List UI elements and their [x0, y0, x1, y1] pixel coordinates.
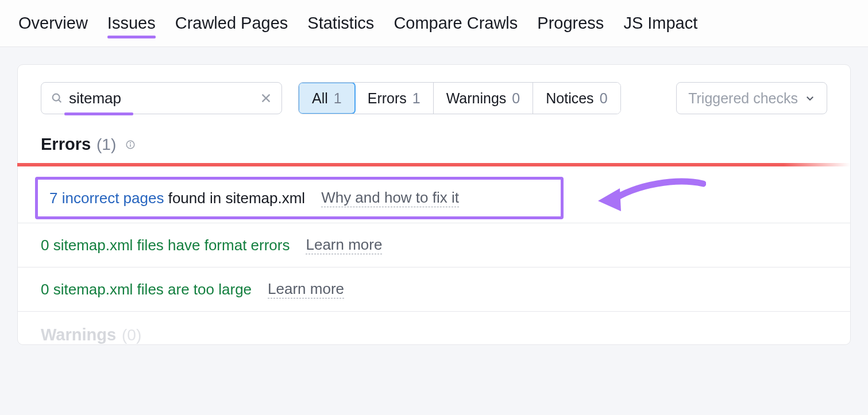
filter-all[interactable]: All 1: [298, 82, 356, 114]
annotation-underline: [64, 113, 133, 115]
tab-crawled-pages[interactable]: Crawled Pages: [175, 14, 288, 36]
annotation-red-line: [17, 163, 850, 166]
errors-section-header: Errors (1): [18, 135, 850, 163]
warnings-section-header: Warnings (0): [18, 312, 850, 344]
issue-rest: found in sitemap.xml: [164, 189, 305, 207]
svg-point-0: [53, 94, 60, 101]
tab-js-impact[interactable]: JS Impact: [623, 14, 697, 36]
why-how-fix-link[interactable]: Why and how to fix it: [321, 189, 459, 207]
filter-group: All 1 Errors 1 Warnings 0 Notices 0: [298, 82, 621, 114]
errors-count: (1): [97, 135, 116, 154]
filter-notices-count: 0: [600, 90, 608, 107]
warnings-title: Warnings: [41, 325, 116, 344]
tab-statistics[interactable]: Statistics: [307, 14, 374, 36]
filter-notices-label: Notices: [546, 90, 593, 107]
issue-row: 0 sitemap.xml files have format errors L…: [18, 223, 850, 267]
issue-row-highlighted: 7 incorrect pages found in sitemap.xml W…: [18, 173, 850, 223]
issues-card: All 1 Errors 1 Warnings 0 Notices 0 Trig…: [17, 64, 851, 345]
annotation-highlight-box: 7 incorrect pages found in sitemap.xml W…: [35, 177, 564, 219]
tabs-nav: Overview Issues Crawled Pages Statistics…: [0, 0, 868, 47]
svg-line-1: [59, 100, 61, 102]
issue-link[interactable]: 0 sitemap.xml files are too large: [41, 281, 252, 298]
learn-more-link[interactable]: Learn more: [306, 236, 382, 254]
filter-warnings-count: 0: [512, 90, 520, 107]
issue-link[interactable]: 7 incorrect pages: [49, 189, 164, 207]
filter-errors-count: 1: [412, 90, 421, 107]
learn-more-link[interactable]: Learn more: [268, 280, 344, 298]
issue-row: 0 sitemap.xml files are too large Learn …: [18, 267, 850, 312]
search-input-wrap[interactable]: [41, 82, 282, 114]
triggered-checks-label: Triggered checks: [688, 90, 798, 107]
tab-progress[interactable]: Progress: [537, 14, 604, 36]
tab-issues[interactable]: Issues: [107, 14, 156, 36]
filter-all-count: 1: [334, 90, 342, 107]
search-icon: [51, 92, 69, 104]
tab-overview[interactable]: Overview: [18, 14, 88, 36]
issue-text[interactable]: 7 incorrect pages found in sitemap.xml: [49, 189, 305, 207]
filter-all-label: All: [312, 90, 328, 107]
annotation-arrow-icon: [591, 178, 706, 218]
triggered-checks-dropdown[interactable]: Triggered checks: [676, 82, 827, 114]
search-input[interactable]: [69, 90, 260, 107]
chevron-down-icon: [805, 93, 815, 103]
filter-warnings[interactable]: Warnings 0: [434, 83, 534, 114]
filter-notices[interactable]: Notices 0: [533, 83, 620, 114]
svg-point-6: [130, 142, 131, 143]
info-icon[interactable]: [122, 139, 136, 150]
warnings-count: (0): [122, 326, 141, 344]
toolbar: All 1 Errors 1 Warnings 0 Notices 0 Trig…: [18, 82, 850, 135]
tab-compare-crawls[interactable]: Compare Crawls: [394, 14, 518, 36]
errors-title: Errors: [41, 135, 91, 154]
clear-icon[interactable]: [260, 92, 272, 104]
filter-errors[interactable]: Errors 1: [355, 83, 434, 114]
filter-errors-label: Errors: [368, 90, 407, 107]
filter-warnings-label: Warnings: [446, 90, 507, 107]
issue-link[interactable]: 0 sitemap.xml files have format errors: [41, 236, 290, 254]
